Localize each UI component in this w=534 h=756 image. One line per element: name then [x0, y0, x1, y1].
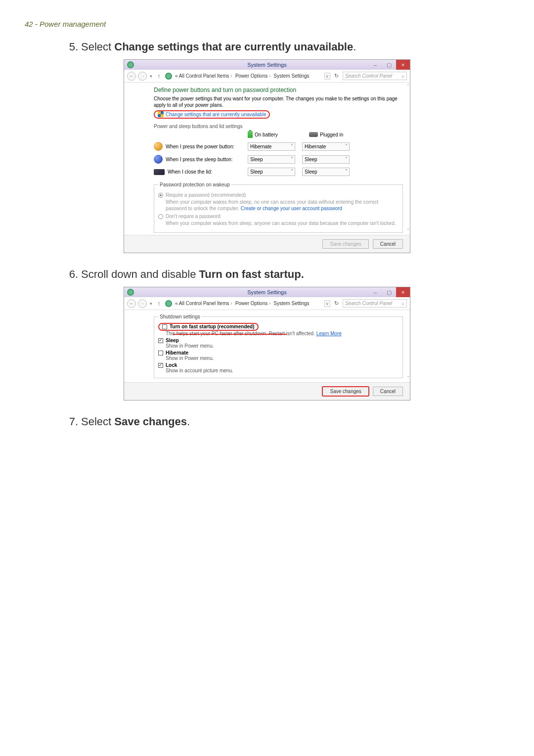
screenshot-1-window: System Settings – ▢ × ← → ▾ ↑ « All Cont…: [124, 59, 410, 253]
plug-icon: [309, 132, 318, 137]
up-button-2[interactable]: ↑: [155, 300, 162, 307]
create-password-link[interactable]: Create or change your user account passw…: [241, 206, 342, 211]
column-plugged-in: Plugged in: [309, 131, 363, 138]
window-title: System Settings: [124, 62, 410, 68]
scroll-down-2[interactable]: ˅: [405, 375, 411, 381]
col-batt-label: On battery: [255, 132, 278, 137]
password-legend: Password protection on wakeup: [158, 182, 231, 187]
scroll-up[interactable]: ˄: [405, 84, 411, 89]
search-input[interactable]: Search Control Panel: [343, 72, 407, 80]
row-close-lid: When I close the lid: Sleep Sleep: [154, 168, 403, 176]
left-pane-2: [124, 310, 154, 382]
step-7-post: .: [187, 415, 190, 428]
crumb-lead-2: «: [175, 301, 178, 306]
step-7-num: 7.: [64, 415, 78, 428]
crumb-3[interactable]: System Settings: [273, 73, 309, 79]
hibernate-checkbox[interactable]: [158, 351, 163, 356]
crumb-2b[interactable]: Power Options: [235, 301, 268, 306]
lock-label: Lock: [166, 362, 177, 368]
require-password-radio[interactable]: [158, 193, 163, 198]
up-button[interactable]: ↑: [155, 73, 162, 80]
lid-plugged-dropdown[interactable]: Sleep: [302, 168, 350, 176]
section-heading: Define power buttons and turn on passwor…: [154, 87, 403, 93]
sleep-plugged-dropdown[interactable]: Sleep: [302, 155, 350, 164]
sleep-checkbox[interactable]: [158, 338, 163, 343]
forward-button[interactable]: →: [138, 72, 147, 81]
breadcrumb-icon: [165, 73, 172, 80]
address-bar-2: ← → ▾ ↑ « All Control Panel Items› Power…: [124, 297, 410, 310]
scroll-down[interactable]: ˅: [405, 228, 411, 234]
sleep-button-icon: [154, 155, 163, 164]
forward-button-2[interactable]: →: [138, 299, 147, 308]
search-input-2[interactable]: Search Control Panel: [343, 299, 407, 308]
address-dropdown-2[interactable]: v: [324, 300, 331, 307]
refresh-button[interactable]: ↻: [332, 73, 341, 79]
step-7-bold: Save changes: [114, 415, 187, 428]
page-header: 42 - Power management: [25, 20, 509, 28]
breadcrumb-2[interactable]: « All Control Panel Items› Power Options…: [175, 301, 310, 306]
subsection-heading: Power and sleep buttons and lid settings: [154, 124, 403, 129]
titlebar: System Settings – ▢ ×: [124, 60, 410, 70]
fast-startup-label: Turn on fast startup (recommended): [170, 324, 255, 329]
address-dropdown[interactable]: v: [324, 73, 331, 80]
cancel-button[interactable]: Cancel: [373, 239, 403, 249]
shutdown-legend: Shutdown settings: [158, 314, 202, 319]
back-button-2[interactable]: ←: [127, 299, 136, 308]
column-on-battery: On battery: [248, 131, 302, 138]
change-settings-link[interactable]: Change settings that are currently unava…: [166, 112, 266, 117]
lid-battery-dropdown[interactable]: Sleep: [248, 168, 295, 176]
save-changes-button-2[interactable]: Save changes: [322, 387, 368, 396]
battery-icon: [248, 131, 253, 138]
section-intro: Choose the power settings that you want …: [154, 95, 403, 108]
row-power-button: When I press the power button: Hibernate…: [154, 142, 403, 151]
step-5-num: 5.: [64, 41, 78, 53]
save-changes-button[interactable]: Save changes: [322, 239, 368, 249]
screenshot-2-window: System Settings – ▢ × ← → ▾ ↑ « All Cont…: [124, 287, 410, 400]
power-battery-dropdown[interactable]: Hibernate: [248, 142, 295, 151]
step-6: 6. Scroll down and disable Turn on fast …: [25, 268, 509, 281]
sleep-battery-dropdown[interactable]: Sleep: [248, 155, 295, 164]
breadcrumb-icon-2: [165, 300, 172, 307]
power-button-label: When I press the power button:: [166, 144, 234, 149]
step-6-bold: Turn on fast startup.: [199, 268, 304, 280]
hibernate-label: Hibernate: [166, 350, 188, 356]
refresh-button-2[interactable]: ↻: [332, 300, 341, 307]
power-plugged-dropdown[interactable]: Hibernate: [302, 142, 350, 151]
history-dropdown[interactable]: ▾: [149, 74, 153, 79]
shield-icon: [158, 111, 164, 117]
row-sleep-button: When I press the sleep button: Sleep Sle…: [154, 155, 403, 164]
titlebar-2: System Settings – ▢ ×: [124, 287, 410, 297]
lock-checkbox[interactable]: [158, 363, 163, 368]
crumb-3b[interactable]: System Settings: [273, 301, 309, 306]
fast-startup-checkbox[interactable]: [162, 324, 167, 329]
step-7: 7. Select Save changes.: [25, 415, 509, 428]
dont-require-password-desc: When your computer wakes from sleep, any…: [166, 220, 399, 226]
step-5-post: .: [353, 41, 356, 53]
step-6-text: Scroll down and disable Turn on fast sta…: [81, 268, 509, 281]
footer-bar-2: Save changes Cancel: [124, 382, 410, 400]
sleep-label: Sleep: [166, 338, 179, 343]
crumb-2[interactable]: Power Options: [235, 73, 268, 79]
step-7-pre: Select: [81, 415, 114, 428]
crumb-1b[interactable]: All Control Panel Items: [179, 301, 229, 306]
sleep-button-label: When I press the sleep button:: [166, 157, 233, 162]
step-5-bold: Change settings that are currently unava…: [114, 41, 353, 53]
lid-icon: [154, 169, 165, 175]
history-dropdown-2[interactable]: ▾: [149, 301, 153, 306]
cancel-button-2[interactable]: Cancel: [373, 387, 403, 396]
step-6-pre: Scroll down and disable: [81, 268, 199, 280]
crumb-sep-2: ›: [269, 73, 270, 79]
step-7-text: Select Save changes.: [81, 415, 509, 428]
col-plug-label: Plugged in: [320, 132, 343, 137]
dont-require-password-radio[interactable]: [158, 214, 163, 219]
step-5-pre: Select: [81, 41, 114, 53]
learn-more-link[interactable]: Learn More: [316, 331, 342, 336]
dont-require-password-label: Don't require a password: [166, 214, 221, 219]
crumb-sep-1b: ›: [231, 301, 232, 306]
sleep-desc: Show in Power menu.: [166, 343, 399, 349]
breadcrumb[interactable]: « All Control Panel Items› Power Options…: [175, 73, 310, 79]
step-5: 5. Select Change settings that are curre…: [25, 41, 509, 53]
crumb-1[interactable]: All Control Panel Items: [179, 73, 229, 79]
window-title-2: System Settings: [124, 289, 410, 295]
back-button[interactable]: ←: [127, 72, 136, 81]
